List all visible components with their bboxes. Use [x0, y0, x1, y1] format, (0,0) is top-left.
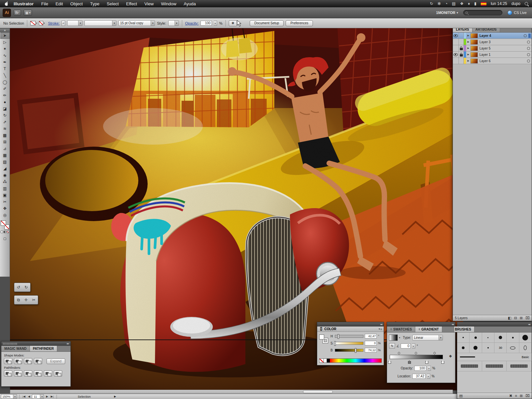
eyedropper-tool[interactable]: ◢ — [0, 165, 10, 172]
saturation-input[interactable]: 0 — [365, 341, 377, 345]
fill-indicator[interactable] — [1, 220, 6, 226]
layer-target-icon[interactable] — [527, 41, 530, 44]
gradient-slider[interactable] — [390, 352, 443, 364]
screen-mode-button[interactable]: ▢ — [0, 235, 10, 242]
layer-lock-toggle[interactable] — [459, 33, 464, 39]
sync-icon[interactable]: ↻ — [430, 1, 433, 6]
gradient-midpoint-18[interactable] — [398, 352, 400, 354]
zoom-level-select[interactable]: 150%▾ — [1, 394, 17, 399]
collapse-panel-button[interactable]: ◂◂ — [528, 323, 530, 326]
recolor-artwork-button[interactable]: ✱ — [229, 20, 237, 26]
tab-pathfinder[interactable]: PATHFINDER — [30, 346, 57, 351]
menu-edit[interactable]: Edit — [52, 0, 66, 7]
bridge-button[interactable]: Br — [14, 10, 21, 16]
color-spectrum-bar[interactable] — [319, 358, 382, 363]
variable-width-profile-select[interactable]: ▾ — [84, 20, 116, 26]
new-sublayer-button[interactable]: ⊟ — [514, 316, 517, 320]
gradient-type-select[interactable]: Linear▾ — [412, 335, 443, 340]
preferences-button[interactable]: Preferences — [286, 20, 313, 26]
gradient-mode-button[interactable] — [4, 231, 6, 233]
width-tool[interactable]: ≋ — [0, 125, 10, 132]
cs-live-button[interactable]: CS Live — [508, 11, 527, 15]
time-machine-icon[interactable]: ◔ — [445, 1, 448, 6]
layer-row-layer-5[interactable]: ▶Layer 5 — [453, 45, 532, 52]
pen-tool[interactable]: ✒ — [0, 59, 10, 66]
gradient-midpoint-85[interactable] — [433, 352, 436, 354]
paintbrush-tool[interactable]: ✐ — [0, 85, 10, 92]
gradient-opacity-spinner[interactable]: ▸ — [428, 366, 431, 371]
gradient-bar[interactable] — [390, 355, 443, 359]
collapse-panel-button[interactable]: ◂◂ — [380, 323, 382, 326]
hue-input[interactable]: 42,47 — [365, 334, 377, 338]
layer-visibility-toggle[interactable] — [453, 52, 459, 58]
zoom-tool[interactable]: ◎ — [0, 212, 10, 218]
gradient-stop-0[interactable] — [388, 361, 391, 364]
app-menu[interactable]: Illustrator — [13, 1, 38, 6]
none-mode-button[interactable] — [7, 231, 9, 233]
angle-spinner[interactable]: ▸ — [412, 343, 415, 348]
fill-stroke-mini[interactable] — [319, 334, 328, 343]
none-swatch[interactable] — [320, 359, 324, 362]
layer-thumbnail[interactable] — [470, 52, 478, 57]
gradient-tool[interactable]: ▧ — [0, 159, 10, 165]
line-tool[interactable]: ╲ — [0, 72, 10, 79]
perspective-grid-tool[interactable]: ⊿ — [0, 145, 10, 152]
bluetooth-icon[interactable]: ❖ — [460, 1, 464, 6]
menu-view[interactable]: View — [141, 0, 157, 7]
blob-brush-tool[interactable]: ● — [0, 99, 10, 105]
layer-row-layer-3[interactable]: ▶Layer 3 — [453, 39, 532, 45]
layer-lock-toggle[interactable] — [459, 45, 464, 51]
menu-ayuda[interactable]: Ayuda — [180, 0, 200, 7]
minus-front-button[interactable] — [14, 358, 22, 364]
opacity-panel-link[interactable]: Opacity: — [185, 21, 199, 25]
layer-row-layer-4[interactable]: ▶Layer 4 — [453, 33, 532, 39]
rotate-tool[interactable]: ↻ — [0, 112, 10, 119]
remove-brush-stroke-button[interactable]: ✖ — [509, 394, 512, 398]
outline-button[interactable] — [44, 370, 52, 376]
menu-type[interactable]: Type — [86, 0, 103, 7]
white-swatch[interactable] — [324, 359, 327, 362]
horizontal-scrollbar[interactable] — [10, 390, 453, 394]
symbol-sprayer-tool[interactable]: ⁂ — [0, 179, 10, 185]
type-tool[interactable]: T — [0, 66, 10, 72]
panel-strip[interactable]: ◂◂ — [387, 322, 455, 327]
saturation-slider-handle[interactable] — [334, 341, 336, 346]
brush-swatch-30[interactable]: 30 — [494, 343, 507, 353]
brush-swatch[interactable] — [507, 343, 519, 353]
status-indicator[interactable]: Selection — [78, 395, 91, 398]
layer-thumbnail[interactable] — [470, 59, 478, 64]
mesh-tool[interactable]: ▦ — [0, 152, 10, 159]
panel-menu-button[interactable]: ▾≡ — [379, 328, 382, 331]
layer-target-icon[interactable] — [527, 53, 530, 56]
charcoal-brush-swatch[interactable] — [457, 361, 482, 371]
brush-swatch[interactable] — [519, 343, 532, 353]
menu-select[interactable]: Select — [103, 0, 122, 7]
scrollbar-thumb[interactable] — [303, 390, 333, 393]
rotate-left-button[interactable]: ↺ — [15, 284, 22, 291]
tab-brushes[interactable]: BRUSHES — [454, 327, 474, 332]
gradient-opacity-input[interactable]: 100 — [414, 366, 426, 371]
layer-thumbnail[interactable] — [470, 46, 478, 51]
brush-swatch[interactable] — [507, 332, 519, 342]
stroke-dropdown-arrow[interactable]: ▾ — [44, 22, 45, 25]
tab-magic-wand[interactable]: MAGIC WAND — [1, 346, 30, 351]
collapse-panel-button[interactable]: ▸▸ — [67, 342, 69, 345]
fill-swatch[interactable] — [30, 21, 36, 25]
disclosure-triangle[interactable]: ▶ — [466, 60, 470, 62]
last-artboard-button[interactable]: ▶| — [50, 395, 54, 398]
fill-stroke-indicator[interactable] — [1, 220, 9, 229]
tab-gradient[interactable]: ⇕GRADIENT — [415, 327, 442, 332]
cut-button[interactable]: ✂ — [30, 296, 37, 304]
magic-wand-tool[interactable]: ✶ — [0, 46, 10, 52]
free-transform-tool[interactable]: ▩ — [0, 132, 10, 139]
display-icon[interactable]: ▤ — [452, 1, 456, 6]
disclosure-triangle[interactable]: ▶ — [466, 53, 470, 56]
gradient-stop-37[interactable] — [408, 361, 411, 364]
stroke-swatch[interactable] — [39, 21, 43, 25]
panel-strip[interactable]: ◂◂ — [457, 322, 532, 327]
gradient-stop-100[interactable] — [441, 361, 444, 364]
brush-swatch[interactable] — [457, 332, 469, 342]
menu-object[interactable]: Object — [66, 0, 86, 7]
fill-mini-swatch[interactable] — [319, 334, 324, 339]
layer-visibility-toggle[interactable] — [453, 58, 459, 64]
